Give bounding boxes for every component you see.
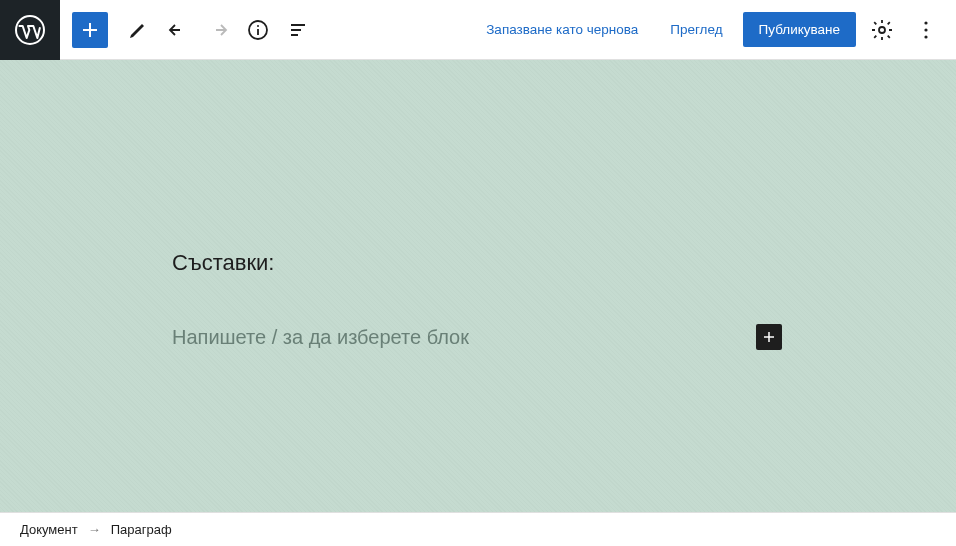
pencil-icon <box>126 18 150 42</box>
publish-button[interactable]: Публикуване <box>743 12 856 47</box>
undo-icon <box>166 18 190 42</box>
more-vertical-icon <box>914 18 938 42</box>
list-icon <box>286 18 310 42</box>
wordpress-logo[interactable] <box>0 0 60 60</box>
breadcrumb: Документ → Параграф <box>0 512 956 546</box>
breadcrumb-root[interactable]: Документ <box>20 522 78 537</box>
more-options-button[interactable] <box>908 12 944 48</box>
svg-point-4 <box>924 21 927 24</box>
plus-icon <box>759 327 779 347</box>
paragraph-placeholder: Напишете / за да изберете блок <box>172 326 469 349</box>
wordpress-icon <box>14 14 46 46</box>
gear-icon <box>870 18 894 42</box>
svg-point-6 <box>924 35 927 38</box>
editor-topbar: Запазване като чернова Преглед Публикува… <box>0 0 956 60</box>
redo-icon <box>206 18 230 42</box>
topbar-right: Запазване като чернова Преглед Публикува… <box>474 12 956 48</box>
insert-block-button[interactable] <box>756 324 782 350</box>
preview-button[interactable]: Преглед <box>658 14 734 45</box>
toolbar-group <box>60 12 316 48</box>
settings-button[interactable] <box>864 12 900 48</box>
add-block-button[interactable] <box>72 12 108 48</box>
arrow-right-icon: → <box>88 522 101 537</box>
breadcrumb-current[interactable]: Параграф <box>111 522 172 537</box>
heading-block[interactable]: Съставки: <box>172 250 782 276</box>
plus-icon <box>78 18 102 42</box>
svg-point-2 <box>257 25 259 27</box>
outline-button[interactable] <box>280 12 316 48</box>
topbar-left <box>0 0 316 59</box>
save-draft-button[interactable]: Запазване като чернова <box>474 14 650 45</box>
redo-button[interactable] <box>200 12 236 48</box>
svg-point-3 <box>879 27 885 33</box>
editor-canvas[interactable]: Съставки: Напишете / за да изберете блок <box>0 60 956 512</box>
tools-button[interactable] <box>120 12 156 48</box>
svg-point-5 <box>924 28 927 31</box>
info-icon <box>246 18 270 42</box>
info-button[interactable] <box>240 12 276 48</box>
paragraph-block[interactable]: Напишете / за да изберете блок <box>172 324 782 350</box>
content-area: Съставки: Напишете / за да изберете блок <box>172 250 782 350</box>
undo-button[interactable] <box>160 12 196 48</box>
